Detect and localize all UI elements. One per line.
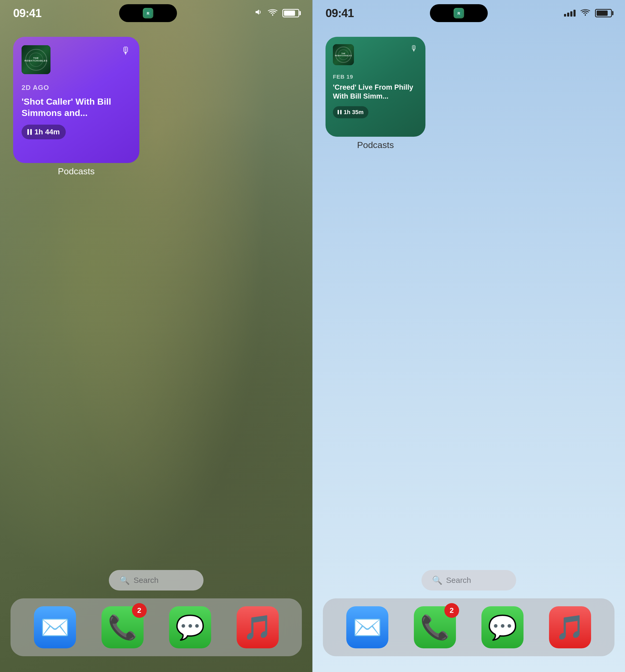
right-podcast-widget[interactable]: THE REWATCHABLES 🎙 FEB 19 'Creed' Live F… <box>326 37 426 137</box>
left-battery-icon <box>282 9 299 17</box>
right-phone-icon: 📞 <box>420 614 450 641</box>
left-widget-container: THE REWATCHABLES 🎙 2D AGO 'Shot Caller' … <box>13 37 139 176</box>
left-status-bar: 09:41 R <box>0 0 312 26</box>
left-play-btn[interactable]: 1h 44m <box>22 125 66 139</box>
left-podcast-widget[interactable]: THE REWATCHABLES 🎙 2D AGO 'Shot Caller' … <box>13 37 139 163</box>
left-dynamic-island: R <box>119 4 177 22</box>
right-podcast-name-label: THE REWATCHABLES <box>334 53 352 56</box>
right-messages-icon: 💬 <box>488 614 517 641</box>
left-messages-icon: 💬 <box>175 614 205 641</box>
left-dock: ✉️ 📞 2 💬 🎵 <box>10 598 302 656</box>
left-phone-badge: 2 <box>132 603 147 618</box>
right-widget-top-row: THE REWATCHABLES 🎙 <box>333 44 418 65</box>
left-phone: 09:41 R <box>0 0 312 672</box>
right-battery-icon <box>595 9 612 17</box>
left-widget-date: 2D AGO <box>22 83 131 92</box>
svg-text:R: R <box>147 11 149 16</box>
left-battery-fill <box>284 10 295 16</box>
left-wifi-icon <box>268 8 278 19</box>
left-music-icon: 🎵 <box>243 614 272 641</box>
right-widget-date: FEB 19 <box>333 74 418 80</box>
right-search-bar[interactable]: 🔍 Search <box>422 570 516 591</box>
right-search-label: Search <box>446 576 471 585</box>
right-dock-mail[interactable]: ✉️ <box>346 606 388 648</box>
signal-bar-4 <box>574 10 576 17</box>
right-signal-bars <box>564 10 576 17</box>
right-search-icon: 🔍 <box>432 575 442 585</box>
signal-bar-2 <box>567 13 569 17</box>
left-pause-bar-2 <box>30 129 32 135</box>
left-search-icon: 🔍 <box>119 575 130 585</box>
right-album-art: THE REWATCHABLES <box>333 44 354 65</box>
right-rewatchables-art: THE REWATCHABLES <box>333 44 354 65</box>
left-status-icons <box>255 8 299 19</box>
right-pause-icon <box>338 110 341 114</box>
left-album-art: THE REWATCHABLES <box>22 45 50 74</box>
left-podcast-name-label: THE REWATCHABLES <box>24 57 48 62</box>
left-search-label: Search <box>134 576 159 585</box>
right-widget-title: 'Creed' Live From Philly With Bill Simm.… <box>333 83 418 101</box>
svg-text:R: R <box>457 11 460 16</box>
left-mail-icon: ✉️ <box>40 614 70 641</box>
svg-rect-2 <box>256 11 257 13</box>
phone-divider <box>312 0 313 672</box>
right-mail-icon: ✉️ <box>353 614 382 641</box>
right-phone: 09:41 R <box>312 0 625 672</box>
right-widget-container: THE REWATCHABLES 🎙 FEB 19 'Creed' Live F… <box>326 37 426 150</box>
right-play-btn[interactable]: 1h 35m <box>333 106 368 118</box>
right-search-container: 🔍 Search <box>312 570 625 591</box>
right-duration-text: 1h 35m <box>344 109 364 116</box>
left-dock-messages[interactable]: 💬 <box>169 606 211 648</box>
dynamic-island-app-icon: R <box>143 8 153 18</box>
left-time: 09:41 <box>13 6 42 20</box>
right-pause-bar-2 <box>340 110 341 114</box>
left-podcast-app-icon: 🎙 <box>121 45 131 56</box>
left-widget-app-label: Podcasts <box>13 166 139 176</box>
left-dock-music[interactable]: 🎵 <box>237 606 279 648</box>
left-dock-phone[interactable]: 📞 2 <box>101 606 144 648</box>
right-dock-phone[interactable]: 📞 2 <box>414 606 456 648</box>
left-widget-top-row: THE REWATCHABLES 🎙 <box>22 45 131 74</box>
signal-bar-3 <box>570 11 572 17</box>
right-dock-music[interactable]: 🎵 <box>549 606 591 648</box>
left-dock-mail[interactable]: ✉️ <box>34 606 76 648</box>
right-dynamic-island-icon: R <box>454 8 464 18</box>
right-wifi-icon <box>580 8 590 19</box>
right-podcast-app-icon: 🎙 <box>410 44 418 53</box>
right-widget-app-label: Podcasts <box>326 140 426 150</box>
left-rewatchables-art: THE REWATCHABLES <box>22 45 50 74</box>
right-music-icon: 🎵 <box>555 614 585 641</box>
left-pause-bar-1 <box>27 129 29 135</box>
right-time: 09:41 <box>326 6 354 20</box>
left-search-bar[interactable]: 🔍 Search <box>109 570 203 591</box>
left-search-container: 🔍 Search <box>0 570 312 591</box>
left-speaker-icon <box>255 8 263 19</box>
right-dock: ✉️ 📞 2 💬 🎵 <box>323 598 615 656</box>
right-phone-badge: 2 <box>444 603 459 618</box>
right-dynamic-island: R <box>430 4 488 22</box>
left-pause-icon <box>27 129 32 135</box>
right-battery-fill <box>597 10 608 16</box>
right-status-bar: 09:41 R <box>312 0 625 26</box>
left-duration-text: 1h 44m <box>34 128 60 136</box>
left-phone-icon: 📞 <box>108 614 137 641</box>
right-status-icons <box>564 8 612 19</box>
left-widget-title: 'Shot Caller' With Bill Simmons and... <box>22 96 131 118</box>
right-pause-bar-1 <box>338 110 339 114</box>
signal-bar-1 <box>564 14 566 17</box>
right-dock-messages[interactable]: 💬 <box>481 606 524 648</box>
